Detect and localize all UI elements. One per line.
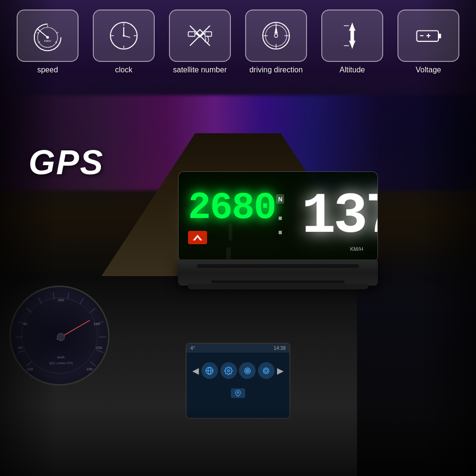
infotainment-icon-settings[interactable] (220, 362, 237, 379)
hud-base-mount (178, 259, 378, 286)
feature-altitude: Altitude (321, 10, 383, 74)
hud-alert-icon (188, 231, 207, 244)
svg-text:KM/H: KM/H (44, 40, 51, 42)
infotainment-header: 4° 14:38 (187, 344, 289, 353)
infotainment-screen: 4° 14:38 ◀ (186, 343, 290, 419)
gauge-number: 260 (58, 298, 64, 302)
svg-rect-48 (205, 32, 212, 37)
svg-line-7 (68, 292, 69, 299)
compass-icon (259, 19, 293, 52)
svg-point-22 (247, 370, 248, 371)
svg-line-1 (19, 350, 25, 352)
gauge-cluster-area: 260 40 80 120 160 200 240 km/h 油压 L/100k… (10, 286, 114, 390)
features-bar: KM/H speed (10, 10, 466, 74)
nav-map-icon[interactable] (231, 388, 245, 398)
infotainment-nav-right[interactable]: ▶ (277, 366, 284, 376)
feature-label-clock: clock (115, 66, 132, 74)
svg-rect-47 (188, 32, 195, 37)
infotainment-nav-dots (187, 388, 289, 402)
infotainment-icon-phone[interactable] (258, 362, 275, 379)
svg-marker-64 (350, 22, 355, 29)
hud-mount-slot (197, 264, 359, 268)
feature-label-direction: driving direction (249, 66, 303, 74)
feature-label-voltage: Voltage (416, 66, 441, 74)
feature-speed: KM/H speed (17, 10, 79, 74)
feature-icon-box-clock (93, 10, 155, 62)
gauge-number: 240 (93, 322, 100, 326)
infotainment-time: 14:38 (274, 346, 286, 351)
speedometer-gauge: 260 40 80 120 160 200 240 km/h 油压 L/100k… (10, 286, 109, 386)
hud-main-speed-display: 137 (301, 188, 378, 245)
gauge-svg: 260 40 80 120 160 200 240 km/h 油压 L/100k… (11, 287, 111, 387)
feature-icon-box-voltage (397, 10, 459, 62)
svg-point-24 (263, 368, 269, 374)
hud-altitude-reading: 2680 (188, 189, 276, 227)
infotainment-nav-left[interactable]: ◀ (192, 366, 199, 376)
feature-icon-box-satellite (169, 10, 231, 62)
svg-line-6 (53, 292, 55, 299)
svg-point-45 (123, 35, 125, 37)
infotainment-icon-nav[interactable] (201, 362, 218, 379)
feature-icon-box-altitude (321, 10, 383, 62)
svg-line-13 (90, 361, 95, 366)
gauge-number: 40 (23, 322, 28, 326)
gauge-number: 80 (19, 346, 23, 350)
feature-direction: driving direction (245, 10, 307, 74)
feature-voltage: Voltage (397, 10, 459, 74)
hud-n-box: N (276, 194, 284, 204)
svg-point-23 (265, 369, 268, 372)
hud-mount-slot-2 (211, 280, 345, 283)
mountain-icon (192, 234, 203, 241)
feature-label-speed: speed (37, 66, 58, 74)
svg-point-31 (46, 36, 49, 39)
hud-screen: 2680 N : 137 (178, 171, 378, 262)
svg-line-8 (80, 298, 84, 304)
svg-line-0 (26, 361, 31, 366)
gps-label: GPS (29, 143, 104, 182)
hud-right-panel: 137 ⎯ (301, 188, 378, 245)
svg-point-25 (237, 392, 239, 394)
hud-device: 2680 N : 137 (178, 171, 378, 286)
hud-left-panel: 2680 (188, 189, 276, 244)
hud-n-label: N (278, 196, 282, 203)
satellite-icon (183, 19, 217, 52)
svg-marker-60 (275, 26, 278, 34)
feature-satellite: satellite number (169, 10, 231, 74)
altitude-icon (336, 19, 369, 52)
gauge-kmh-label: km/h (57, 356, 64, 359)
background-scene: 260 40 80 120 160 200 240 km/h 油压 L/100k… (0, 0, 476, 476)
gauge-number: 120 (27, 367, 33, 371)
svg-line-12 (97, 350, 103, 352)
gauge-number: 200 (96, 346, 102, 350)
hud-center-indicators: N : (276, 194, 285, 239)
feature-label-altitude: Altitude (339, 66, 365, 74)
svg-point-59 (275, 34, 278, 38)
svg-point-15 (57, 333, 65, 341)
infotainment-icons-row: ◀ (187, 353, 289, 388)
speedometer-icon: KM/H (31, 19, 64, 52)
svg-marker-65 (350, 42, 355, 49)
svg-line-4 (26, 308, 31, 313)
svg-line-5 (39, 298, 42, 304)
infotainment-temp: 4° (190, 346, 195, 351)
svg-line-9 (90, 308, 95, 313)
svg-rect-69 (438, 34, 441, 39)
clock-icon (107, 19, 140, 52)
battery-icon (412, 19, 445, 52)
hud-bracket-left: : (276, 206, 285, 239)
feature-clock: clock (93, 10, 155, 74)
gauge-number: 160 (86, 367, 93, 371)
feature-icon-box-speed: KM/H (17, 10, 79, 62)
gauge-extra-text: 油压 L/100km 平均 (49, 362, 73, 365)
infotainment-icon-audio[interactable] (239, 362, 256, 379)
svg-line-30 (38, 29, 48, 38)
feature-icon-box-direction (245, 10, 307, 62)
svg-point-19 (228, 369, 230, 372)
feature-label-satellite: satellite number (173, 66, 227, 74)
